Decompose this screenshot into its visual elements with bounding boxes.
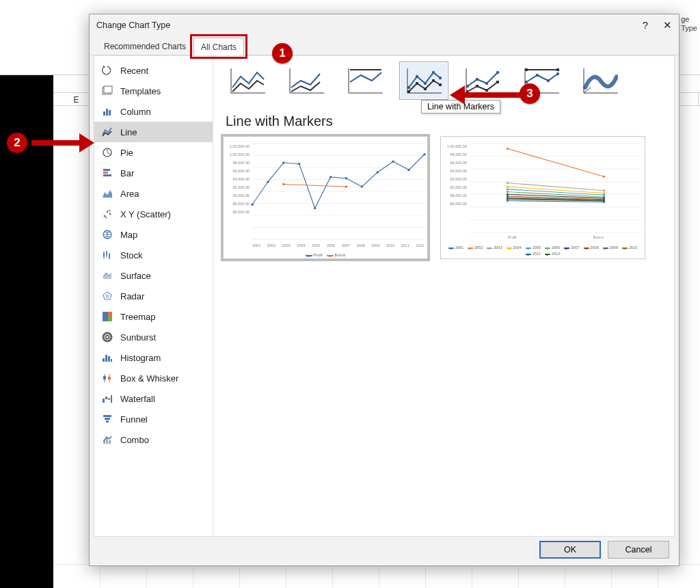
sidebar-item-label: X Y (Scatter) bbox=[120, 209, 171, 219]
bar-icon bbox=[101, 167, 113, 179]
svg-rect-58 bbox=[407, 90, 410, 93]
sidebar-item-pie[interactable]: Pie bbox=[94, 142, 213, 163]
svg-point-122 bbox=[507, 148, 509, 150]
subtype-line-with-markers[interactable] bbox=[399, 62, 448, 100]
sidebar-item-label: Stock bbox=[120, 250, 143, 260]
funnel-icon bbox=[101, 413, 113, 425]
sidebar-item-map[interactable]: Map bbox=[94, 224, 213, 245]
svg-point-98 bbox=[282, 161, 285, 164]
svg-point-13 bbox=[109, 210, 111, 212]
svg-rect-18 bbox=[103, 254, 105, 256]
svg-point-56 bbox=[432, 71, 435, 74]
histogram-icon bbox=[101, 351, 113, 364]
combo-icon bbox=[101, 433, 113, 446]
map-icon bbox=[101, 228, 113, 241]
svg-point-126 bbox=[603, 189, 605, 191]
svg-rect-25 bbox=[108, 317, 112, 321]
dialog-tabs: Recommended Charts All Charts bbox=[90, 36, 679, 55]
dialog-buttons: OK Cancel bbox=[539, 541, 669, 559]
subtype-3d-line[interactable] bbox=[576, 62, 625, 100]
sidebar-item-scatter[interactable]: X Y (Scatter) bbox=[94, 204, 213, 224]
sidebar-item-label: Box & Whisker bbox=[120, 373, 178, 384]
svg-rect-33 bbox=[103, 376, 106, 379]
svg-rect-44 bbox=[106, 438, 108, 444]
svg-point-11 bbox=[109, 213, 111, 215]
sidebar-item-line[interactable]: Line bbox=[94, 122, 213, 142]
svg-rect-6 bbox=[103, 169, 110, 171]
sidebar-item-label: Waterfall bbox=[120, 394, 155, 404]
svg-rect-40 bbox=[103, 415, 111, 417]
sidebar-item-histogram[interactable]: Histogram bbox=[94, 347, 213, 368]
svg-point-132 bbox=[603, 194, 605, 196]
svg-rect-38 bbox=[108, 398, 110, 400]
subtype-line[interactable] bbox=[223, 62, 272, 100]
svg-point-78 bbox=[556, 72, 559, 75]
svg-rect-19 bbox=[106, 252, 107, 254]
cancel-button[interactable]: Cancel bbox=[608, 541, 669, 559]
svg-rect-61 bbox=[432, 79, 435, 82]
svg-point-101 bbox=[329, 176, 332, 178]
subtype-100-stacked-line[interactable] bbox=[340, 62, 390, 100]
sidebar-item-box[interactable]: Box & Whisker bbox=[94, 368, 213, 388]
svg-point-68 bbox=[496, 71, 499, 74]
sidebar-item-column[interactable]: Column bbox=[94, 101, 213, 122]
sidebar-item-surface[interactable]: Surface bbox=[94, 265, 213, 286]
tab-recommended-charts[interactable]: Recommended Charts bbox=[96, 37, 193, 55]
sidebar-item-label: Templates bbox=[120, 86, 161, 96]
sunburst-icon bbox=[101, 331, 113, 343]
svg-point-129 bbox=[603, 192, 605, 194]
svg-rect-62 bbox=[439, 83, 442, 86]
svg-rect-1 bbox=[104, 86, 112, 93]
svg-rect-28 bbox=[103, 358, 105, 362]
dialog-titlebar[interactable]: Change Chart Type ? ✕ bbox=[90, 14, 679, 36]
sidebar-item-label: Surface bbox=[120, 271, 151, 281]
preview-2[interactable]: 1,00,000.0098,000.0096,000.0094,000.0092… bbox=[440, 136, 645, 259]
dialog-body: RecentTemplatesColumnLinePieBarAreaX Y (… bbox=[94, 55, 675, 537]
close-button[interactable]: ✕ bbox=[663, 14, 672, 36]
sidebar-item-stock[interactable]: Stock bbox=[94, 245, 213, 265]
sidebar-item-area[interactable]: Area bbox=[94, 183, 213, 204]
svg-point-10 bbox=[107, 211, 109, 213]
svg-rect-36 bbox=[103, 399, 105, 403]
sidebar-item-recent[interactable]: Recent bbox=[94, 60, 213, 81]
svg-point-55 bbox=[424, 82, 427, 85]
svg-rect-29 bbox=[105, 355, 107, 362]
sidebar-item-radar[interactable]: Radar bbox=[94, 286, 213, 306]
svg-point-109 bbox=[345, 185, 348, 188]
svg-rect-37 bbox=[105, 397, 107, 399]
svg-rect-39 bbox=[111, 395, 112, 403]
svg-rect-42 bbox=[106, 420, 109, 423]
svg-point-54 bbox=[416, 75, 418, 78]
sidebar-item-label: Treemap bbox=[120, 312, 156, 322]
sidebar-item-label: Histogram bbox=[120, 353, 161, 363]
sidebar-item-label: Combo bbox=[120, 435, 149, 445]
svg-rect-30 bbox=[108, 356, 110, 362]
sidebar-item-funnel[interactable]: Funnel bbox=[94, 409, 213, 429]
pie-icon bbox=[101, 146, 113, 159]
sidebar-item-label: Area bbox=[120, 189, 139, 199]
sidebar-item-combo[interactable]: Combo bbox=[94, 429, 213, 450]
recent-icon bbox=[101, 64, 113, 77]
svg-rect-81 bbox=[556, 68, 559, 71]
annotation-arrow-3 bbox=[450, 85, 524, 105]
waterfall-icon bbox=[101, 392, 113, 405]
svg-rect-80 bbox=[525, 68, 528, 71]
ok-button[interactable]: OK bbox=[539, 541, 601, 559]
svg-rect-7 bbox=[103, 172, 108, 174]
sidebar-item-templates[interactable]: Templates bbox=[94, 81, 213, 101]
svg-point-57 bbox=[439, 77, 442, 79]
tab-all-charts[interactable]: All Charts bbox=[193, 38, 244, 55]
sidebar-item-bar[interactable]: Bar bbox=[94, 163, 213, 183]
sidebar-item-waterfall[interactable]: Waterfall bbox=[94, 388, 213, 409]
sidebar-item-sunburst[interactable]: Sunburst bbox=[94, 327, 213, 347]
subtype-stacked-line[interactable] bbox=[282, 62, 331, 100]
preview-1[interactable]: 1,02,000.001,00,000.0098,000.0096,000.00… bbox=[223, 136, 428, 259]
svg-point-107 bbox=[423, 153, 426, 156]
svg-point-125 bbox=[507, 182, 509, 184]
svg-point-153 bbox=[603, 200, 605, 202]
svg-point-66 bbox=[476, 78, 479, 81]
box-icon bbox=[101, 372, 113, 384]
help-button[interactable]: ? bbox=[643, 14, 648, 36]
treemap-icon bbox=[101, 310, 113, 323]
sidebar-item-treemap[interactable]: Treemap bbox=[94, 306, 213, 327]
